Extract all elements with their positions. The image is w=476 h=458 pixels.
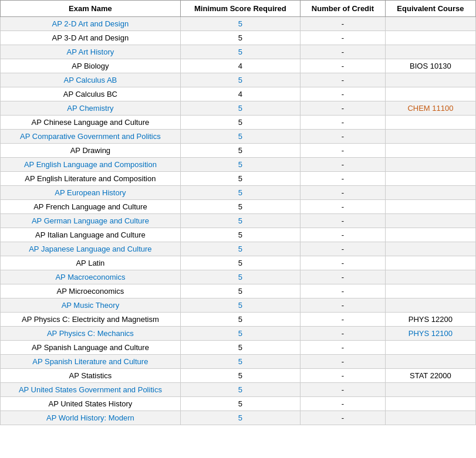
table-row: AP World History: Modern5- xyxy=(1,411,476,425)
table-row: AP Comparative Government and Politics5- xyxy=(1,130,476,144)
exam-name-link[interactable]: AP World History: Modern xyxy=(46,413,134,422)
min-score-cell: 5 xyxy=(180,228,300,242)
num-credits-cell: - xyxy=(301,256,386,270)
equiv-course-cell xyxy=(385,411,475,425)
exam-name-cell: AP Statistics xyxy=(1,369,181,383)
min-score-cell: 5 xyxy=(180,73,300,87)
num-credits-cell: - xyxy=(301,144,386,158)
exam-name-cell[interactable]: AP United States Government and Politics xyxy=(1,383,181,397)
min-score-cell: 5 xyxy=(180,158,300,172)
exam-name-cell[interactable]: AP Music Theory xyxy=(1,298,181,313)
equiv-course-cell xyxy=(385,200,475,214)
num-credits-cell: - xyxy=(301,284,386,298)
equiv-course-cell xyxy=(385,31,475,45)
num-credits-cell: - xyxy=(301,327,386,341)
exam-name-link[interactable]: AP 2-D Art and Design xyxy=(52,19,129,28)
exam-name-link[interactable]: AP Physics C: Mechanics xyxy=(47,329,134,338)
table-row: AP Calculus BC4- xyxy=(1,87,476,101)
num-credits-cell: - xyxy=(301,186,386,200)
num-credits-cell: - xyxy=(301,369,386,383)
exam-name-link[interactable]: AP Chemistry xyxy=(67,104,113,113)
table-row: AP English Literature and Composition5- xyxy=(1,172,476,186)
exam-name-cell: AP Latin xyxy=(1,256,181,270)
exam-name-cell[interactable]: AP Spanish Literature and Culture xyxy=(1,355,181,369)
min-score-cell: 5 xyxy=(180,116,300,130)
equiv-course-cell xyxy=(385,214,475,228)
equiv-course-cell xyxy=(385,172,475,186)
equiv-course-cell xyxy=(385,45,475,59)
equiv-course-cell xyxy=(385,256,475,270)
exam-name-link[interactable]: AP German Language and Culture xyxy=(32,216,149,225)
col-header-exam-name: Exam Name xyxy=(1,1,181,17)
num-credits-cell: - xyxy=(301,45,386,59)
exam-name-cell[interactable]: AP Physics C: Mechanics xyxy=(1,327,181,341)
min-score-cell: 5 xyxy=(180,383,300,397)
table-header-row: Exam Name Minimum Score Required Number … xyxy=(1,1,476,17)
exam-name-cell[interactable]: AP Art History xyxy=(1,45,181,59)
exam-name-link[interactable]: AP Japanese Language and Culture xyxy=(29,245,151,253)
table-row: AP 2-D Art and Design5- xyxy=(1,17,476,31)
exam-name-cell[interactable]: AP Calculus AB xyxy=(1,73,181,87)
exam-name-cell: AP Biology xyxy=(1,59,181,73)
exam-name-cell: AP Italian Language and Culture xyxy=(1,228,181,242)
table-row: AP Microeconomics5- xyxy=(1,284,476,298)
exam-name-link[interactable]: AP Music Theory xyxy=(62,301,120,310)
exam-name-link[interactable]: AP Macroeconomics xyxy=(55,273,125,281)
exam-name-cell[interactable]: AP 2-D Art and Design xyxy=(1,17,181,31)
exam-name-cell[interactable]: AP European History xyxy=(1,186,181,200)
exam-name-cell: AP Chinese Language and Culture xyxy=(1,116,181,130)
exam-name-link[interactable]: AP Spanish Literature and Culture xyxy=(32,357,148,366)
col-header-min-score: Minimum Score Required xyxy=(180,1,300,17)
exam-name-cell[interactable]: AP Chemistry xyxy=(1,101,181,116)
equiv-course-cell[interactable]: PHYS 12100 xyxy=(385,327,475,341)
exam-name-cell[interactable]: AP Japanese Language and Culture xyxy=(1,242,181,256)
exam-name-link[interactable]: AP English Language and Composition xyxy=(24,160,157,169)
exam-name-cell[interactable]: AP German Language and Culture xyxy=(1,214,181,228)
exam-name-cell: AP Physics C: Electricity and Magnetism xyxy=(1,313,181,327)
table-row: AP Physics C: Mechanics5-PHYS 12100 xyxy=(1,327,476,341)
equiv-course-cell xyxy=(385,186,475,200)
num-credits-cell: - xyxy=(301,73,386,87)
equiv-course-cell xyxy=(385,87,475,101)
min-score-cell: 5 xyxy=(180,397,300,411)
exam-name-cell[interactable]: AP Macroeconomics xyxy=(1,270,181,284)
min-score-cell: 5 xyxy=(180,411,300,425)
equiv-course-cell xyxy=(385,270,475,284)
exam-name-cell[interactable]: AP Comparative Government and Politics xyxy=(1,130,181,144)
course-link[interactable]: PHYS 12100 xyxy=(409,329,453,338)
num-credits-cell: - xyxy=(301,242,386,256)
table-row: AP Latin5- xyxy=(1,256,476,270)
exam-name-cell: AP Drawing xyxy=(1,144,181,158)
exam-name-cell: AP Calculus BC xyxy=(1,87,181,101)
table-row: AP Japanese Language and Culture5- xyxy=(1,242,476,256)
exam-name-link[interactable]: AP Comparative Government and Politics xyxy=(20,132,161,141)
equiv-course-cell xyxy=(385,341,475,355)
min-score-cell: 5 xyxy=(180,242,300,256)
equiv-course-cell[interactable]: CHEM 11100 xyxy=(385,101,475,116)
table-row: AP Italian Language and Culture5- xyxy=(1,228,476,242)
num-credits-cell: - xyxy=(301,383,386,397)
exam-name-cell: AP Microeconomics xyxy=(1,284,181,298)
table-row: AP German Language and Culture5- xyxy=(1,214,476,228)
exam-name-cell[interactable]: AP English Language and Composition xyxy=(1,158,181,172)
col-header-num-credit: Number of Credit xyxy=(301,1,386,17)
ap-credit-table: Exam Name Minimum Score Required Number … xyxy=(0,0,476,425)
exam-name-cell[interactable]: AP World History: Modern xyxy=(1,411,181,425)
exam-name-link[interactable]: AP European History xyxy=(55,188,126,197)
num-credits-cell: - xyxy=(301,355,386,369)
exam-name-link[interactable]: AP Art History xyxy=(67,48,114,56)
exam-name-link[interactable]: AP United States Government and Politics xyxy=(19,385,162,394)
equiv-course-cell xyxy=(385,158,475,172)
exam-name-link[interactable]: AP Calculus AB xyxy=(63,76,117,84)
min-score-cell: 5 xyxy=(180,31,300,45)
min-score-cell: 5 xyxy=(180,186,300,200)
min-score-cell: 5 xyxy=(180,341,300,355)
num-credits-cell: - xyxy=(301,116,386,130)
table-row: AP European History5- xyxy=(1,186,476,200)
course-link[interactable]: CHEM 11100 xyxy=(407,104,453,113)
table-row: AP Chinese Language and Culture5- xyxy=(1,116,476,130)
min-score-cell: 5 xyxy=(180,313,300,327)
table-row: AP Spanish Language and Culture5- xyxy=(1,341,476,355)
num-credits-cell: - xyxy=(301,214,386,228)
min-score-cell: 5 xyxy=(180,17,300,31)
